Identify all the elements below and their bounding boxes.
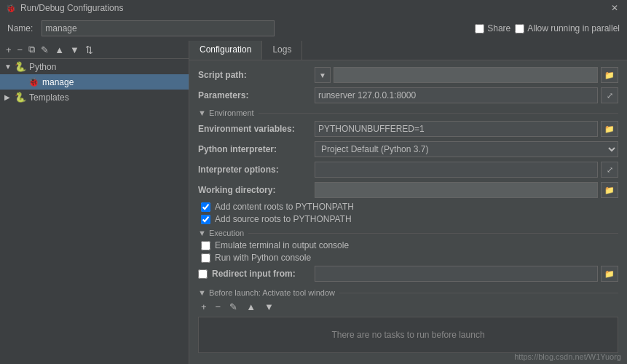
name-label: Name: [7, 23, 33, 33]
share-checkbox-label[interactable]: Share [475, 23, 510, 33]
add-content-roots-label[interactable]: Add content roots to PYTHONPATH [215, 202, 354, 212]
add-content-roots-row: Add content roots to PYTHONPATH [198, 202, 618, 212]
header-row: Name: Share Allow running in parallel [0, 16, 627, 41]
run-with-python-checkbox[interactable] [201, 253, 210, 263]
remove-config-button[interactable]: − [15, 43, 26, 57]
parameters-label: Parameters: [198, 90, 315, 100]
add-source-roots-label[interactable]: Add source roots to PYTHONPATH [215, 214, 352, 224]
before-launch-remove[interactable]: − [213, 300, 224, 314]
script-path-input[interactable] [334, 67, 598, 83]
parameters-expand[interactable]: ⤢ [601, 87, 618, 103]
working-dir-input[interactable] [315, 182, 598, 198]
tree-icon: 🐍 [15, 92, 26, 103]
redirect-input-field: 📁 [315, 266, 618, 282]
python-interpreter-row: Python interpreter: Project Default (Pyt… [198, 141, 618, 158]
script-path-field: ▼ 📁 [315, 67, 618, 83]
edit-config-button[interactable]: ✎ [38, 43, 52, 57]
move-up-button[interactable]: ▲ [52, 43, 67, 57]
sort-button[interactable]: ⇅ [82, 43, 96, 57]
parameters-row: Parameters: ⤢ [198, 87, 618, 104]
exec-section-arrow[interactable]: ▼ [198, 229, 206, 237]
env-variables-field: 📁 [315, 121, 618, 137]
env-section-line [259, 113, 618, 114]
parameters-field: ⤢ [315, 87, 618, 103]
interpreter-options-input[interactable] [315, 162, 598, 178]
emulate-terminal-row: Emulate terminal in output console [198, 240, 618, 250]
tree-container: ▼ 🐍 Python 🐞 manage ▶ 🐍 Templates [0, 59, 189, 105]
tree-item-python[interactable]: ▼ 🐍 Python [0, 59, 189, 74]
environment-section-header: ▼ Environment [198, 108, 618, 117]
parallel-checkbox-label[interactable]: Allow running in parallel [515, 23, 620, 33]
script-path-browse[interactable]: 📁 [601, 67, 618, 83]
title-bar-title: Run/Debug Configurations [20, 3, 608, 13]
config-content: Script path: ▼ 📁 Parameters: ⤢ [189, 60, 627, 364]
tabs-row: Configuration Logs [189, 41, 627, 60]
watermark: https://blog.csdn.net/W1Yuorg [514, 352, 621, 361]
redirect-input-browse[interactable]: 📁 [601, 266, 618, 282]
before-launch-section: ▼ Before launch: Activate tool window + … [198, 288, 618, 353]
redirect-input-checkbox[interactable] [198, 269, 208, 279]
redirect-input-label[interactable]: Redirect input from: [212, 269, 296, 279]
before-launch-up[interactable]: ▲ [243, 300, 259, 314]
python-interpreter-label: Python interpreter: [198, 144, 315, 154]
sidebar: + − ⧉ ✎ ▲ ▼ ⇅ ▼ 🐍 Python 🐞 manage ▶ 🐍 Te… [0, 41, 189, 364]
env-variables-input[interactable] [315, 121, 598, 137]
execution-section-header: ▼ Execution [198, 229, 618, 237]
tree-icon: 🐍 [15, 61, 26, 72]
tree-item-templates[interactable]: ▶ 🐍 Templates [0, 90, 189, 105]
exec-section-label: Execution [209, 229, 244, 237]
share-checkbox[interactable] [475, 24, 484, 33]
before-launch-empty: There are no tasks to run before launch [198, 317, 618, 353]
before-launch-label: Before launch: Activate tool window [209, 288, 335, 297]
redirect-input-row: Redirect input from: 📁 [198, 265, 618, 282]
env-section-arrow[interactable]: ▼ [198, 108, 206, 117]
content-panel: Configuration Logs Script path: ▼ 📁 Para… [189, 41, 627, 364]
env-variables-row: Environment variables: 📁 [198, 120, 618, 138]
interpreter-options-expand[interactable]: ⤢ [601, 162, 618, 178]
add-config-button[interactable]: + [3, 43, 15, 57]
python-interpreter-field: Project Default (Python 3.7) [315, 141, 618, 157]
script-path-label: Script path: [198, 70, 315, 80]
close-button[interactable]: ✕ [608, 3, 621, 13]
interpreter-options-row: Interpreter options: ⤢ [198, 161, 618, 178]
redirect-input-input[interactable] [315, 266, 598, 282]
add-source-roots-row: Add source roots to PYTHONPATH [198, 214, 618, 224]
interpreter-options-field: ⤢ [315, 162, 618, 178]
add-content-roots-checkbox[interactable] [201, 202, 210, 212]
before-launch-header: ▼ Before launch: Activate tool window [198, 288, 618, 297]
emulate-terminal-label[interactable]: Emulate terminal in output console [215, 240, 349, 250]
tree-item-manage[interactable]: 🐞 manage [0, 74, 189, 90]
exec-section-line [248, 233, 618, 234]
tab-logs[interactable]: Logs [262, 41, 302, 60]
toolbar-right: Share Allow running in parallel [475, 23, 620, 33]
main-area: + − ⧉ ✎ ▲ ▼ ⇅ ▼ 🐍 Python 🐞 manage ▶ 🐍 Te… [0, 41, 627, 364]
before-launch-add[interactable]: + [198, 300, 210, 314]
before-launch-arrow[interactable]: ▼ [198, 288, 206, 297]
tab-configuration[interactable]: Configuration [189, 41, 262, 60]
before-launch-down[interactable]: ▼ [261, 300, 277, 314]
tree-arrow: ▶ [4, 93, 15, 101]
python-interpreter-select[interactable]: Project Default (Python 3.7) [315, 141, 618, 157]
add-source-roots-checkbox[interactable] [201, 215, 210, 224]
title-bar: 🐞 Run/Debug Configurations ✕ [0, 0, 627, 16]
working-dir-browse[interactable]: 📁 [601, 182, 618, 198]
dialog-body: Name: Share Allow running in parallel + … [0, 16, 627, 364]
before-launch-line [339, 293, 618, 293]
working-dir-row: Working directory: 📁 [198, 181, 618, 199]
run-with-python-label[interactable]: Run with Python console [215, 253, 311, 263]
before-launch-edit[interactable]: ✎ [226, 300, 240, 314]
emulate-terminal-checkbox[interactable] [201, 241, 210, 250]
move-down-button[interactable]: ▼ [67, 43, 82, 57]
tree-label: Templates [29, 92, 69, 103]
parallel-checkbox[interactable] [515, 24, 524, 33]
env-variables-label: Environment variables: [198, 124, 315, 134]
interpreter-options-label: Interpreter options: [198, 165, 315, 175]
name-input[interactable] [42, 20, 275, 36]
copy-config-button[interactable]: ⧉ [25, 42, 38, 57]
script-type-dropdown[interactable]: ▼ [315, 67, 331, 83]
env-variables-browse[interactable]: 📁 [601, 121, 618, 137]
tree-arrow: ▼ [4, 63, 15, 71]
parameters-input[interactable] [315, 87, 598, 103]
run-with-python-row: Run with Python console [198, 253, 618, 263]
script-path-row: Script path: ▼ 📁 [198, 66, 618, 84]
